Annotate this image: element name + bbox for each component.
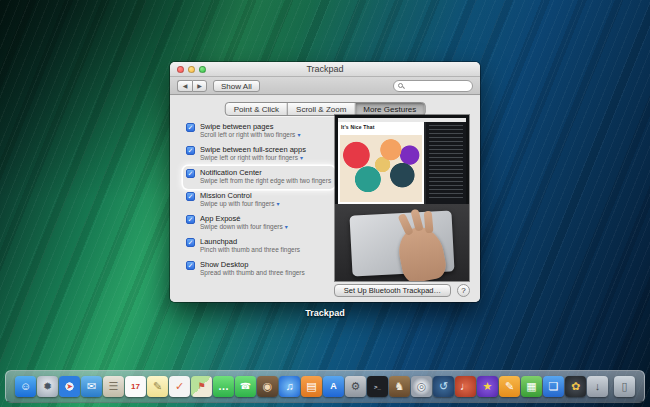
gesture-list: ✓ Swipe between pages Scroll left or rig… (183, 120, 335, 281)
checkbox[interactable]: ✓ (186, 169, 195, 178)
dock-icon-finder[interactable]: ☺ (15, 376, 36, 397)
demo-terminal-text (429, 125, 463, 201)
dock-icon-notes[interactable]: ✎ (147, 376, 168, 397)
dock-icon-facetime[interactable]: ☎ (235, 376, 256, 397)
gesture-title: Swipe between full-screen apps (200, 145, 306, 154)
dock-icon-itunes[interactable]: ♫ (279, 376, 300, 397)
dock-icon-terminal[interactable]: >_ (367, 376, 388, 397)
gesture-demo-video: It's Nice That (335, 115, 469, 281)
check-icon: ✓ (187, 193, 194, 201)
check-icon: ✓ (187, 170, 194, 178)
check-icon: ✓ (187, 239, 194, 247)
toolbar: ◀ ▶ Show All (170, 77, 480, 95)
gesture-text: Swipe between full-screen apps Swipe lef… (200, 145, 306, 162)
dock-icon-messages[interactable]: … (213, 376, 234, 397)
nav-buttons: ◀ ▶ (177, 80, 207, 92)
gesture-subtitle: Pinch with thumb and three fingers (200, 246, 300, 254)
dock-icon-imovie[interactable]: ★ (477, 376, 498, 397)
zoom-button[interactable] (199, 66, 206, 73)
gesture-subtitle: Swipe left from the right edge with two … (200, 177, 331, 185)
gesture-subtitle: Swipe left or right with four fingers (200, 154, 298, 162)
forward-button[interactable]: ▶ (192, 80, 207, 92)
demo-mac-screen: It's Nice That (338, 118, 466, 204)
dock-icon-numbers[interactable]: ▦ (521, 376, 542, 397)
dock-icon-contacts[interactable]: ☰ (103, 376, 124, 397)
demo-webpage-title: It's Nice That (338, 122, 424, 130)
demo-terminal (426, 122, 466, 204)
gesture-row-swipe-fullscreen-apps: ✓ Swipe between full-screen apps Swipe l… (183, 143, 335, 166)
dock-icon-dvd-player[interactable]: ◎ (411, 376, 432, 397)
dock-icon-ibooks[interactable]: ▤ (301, 376, 322, 397)
dock-icon-maps[interactable]: ⚑ (191, 376, 212, 397)
chevron-down-icon[interactable]: ▾ (285, 224, 288, 231)
checkbox[interactable]: ✓ (186, 146, 195, 155)
gesture-title: Launchpad (200, 237, 300, 246)
checkbox[interactable]: ✓ (186, 123, 195, 132)
gesture-subtitle: Spread with thumb and three fingers (200, 269, 305, 277)
dock-icon-reminders[interactable]: ✓ (169, 376, 190, 397)
help-button[interactable]: ? (457, 284, 470, 297)
tab-point-and-click[interactable]: Point & Click (226, 103, 288, 115)
dock-icon-launchpad[interactable]: ✹ (37, 376, 58, 397)
gesture-row-notification-center: ✓ Notification Center Swipe left from th… (183, 166, 335, 189)
window-controls (177, 66, 206, 73)
dock-icon-chess[interactable]: ♞ (389, 376, 410, 397)
gesture-row-mission-control: ✓ Mission Control Swipe up with four fin… (183, 189, 335, 212)
checkbox[interactable]: ✓ (186, 238, 195, 247)
tab-bar: Point & Click Scroll & Zoom More Gesture… (225, 102, 426, 116)
dock-icon-pages[interactable]: ✎ (499, 376, 520, 397)
chevron-down-icon[interactable]: ▾ (297, 132, 300, 139)
gesture-row-swipe-between-pages: ✓ Swipe between pages Scroll left or rig… (183, 120, 335, 143)
dock-icon-system-preferences[interactable]: ⚙ (345, 376, 366, 397)
tab-scroll-and-zoom[interactable]: Scroll & Zoom (288, 103, 355, 115)
search-input[interactable] (406, 81, 468, 91)
window-title: Trackpad (306, 64, 343, 74)
desktop: Trackpad ◀ ▶ Show All Point & Click Scro… (0, 0, 650, 407)
screenshot-caption: Trackpad (0, 308, 650, 318)
gesture-text: App Exposé Swipe down with four fingers▾ (200, 214, 288, 231)
gesture-title: Show Desktop (200, 260, 305, 269)
dock-icon-safari[interactable]: ➤ (59, 376, 80, 397)
dock-icon-photo-booth[interactable]: ◉ (257, 376, 278, 397)
check-icon: ✓ (187, 216, 194, 224)
demo-hand (395, 223, 448, 281)
dock-icon-trash[interactable]: ▯ (614, 376, 635, 397)
close-button[interactable] (177, 66, 184, 73)
show-all-button[interactable]: Show All (213, 80, 260, 92)
gesture-subtitle: Swipe down with four fingers (200, 223, 283, 231)
dock-icon-downloads[interactable]: ↓ (587, 376, 608, 397)
checkbox[interactable]: ✓ (186, 215, 195, 224)
demo-trackpad (349, 210, 454, 276)
dock-icon-app-store[interactable]: A (323, 376, 344, 397)
dock-icon-calendar[interactable]: 17 (125, 376, 146, 397)
preferences-pane: Point & Click Scroll & Zoom More Gesture… (170, 96, 480, 302)
back-button[interactable]: ◀ (177, 80, 192, 92)
dock-icon-iphoto[interactable]: ✿ (565, 376, 586, 397)
dock: ☺ ✹ ➤ ✉ ☰ 17 ✎ ✓ ⚑ … ☎ ◉ ♫ ▤ A ⚙ >_ ♞ ◎ … (5, 370, 645, 403)
dock-icon-time-machine[interactable]: ↺ (433, 376, 454, 397)
checkbox[interactable]: ✓ (186, 192, 195, 201)
gesture-row-show-desktop: ✓ Show Desktop Spread with thumb and thr… (183, 258, 335, 281)
gesture-subtitle: Scroll left or right with two fingers (200, 131, 295, 139)
demo-finger (424, 211, 434, 234)
tab-more-gestures[interactable]: More Gestures (355, 103, 424, 115)
setup-bluetooth-trackpad-button[interactable]: Set Up Bluetooth Trackpad… (334, 284, 451, 297)
chevron-down-icon[interactable]: ▾ (300, 155, 303, 162)
demo-webpage: It's Nice That (338, 122, 424, 204)
checkbox[interactable]: ✓ (186, 261, 195, 270)
gesture-text: Launchpad Pinch with thumb and three fin… (200, 237, 300, 254)
chevron-down-icon[interactable]: ▾ (276, 201, 279, 208)
gesture-text: Swipe between pages Scroll left or right… (200, 122, 300, 139)
check-icon: ✓ (187, 124, 194, 132)
demo-artwork (340, 135, 422, 202)
dock-icon-mail[interactable]: ✉ (81, 376, 102, 397)
search-field[interactable] (393, 80, 473, 92)
check-icon: ✓ (187, 262, 194, 270)
dock-icon-keynote[interactable]: ❏ (543, 376, 564, 397)
dock-icon-garageband[interactable]: ♩ (455, 376, 476, 397)
check-icon: ✓ (187, 147, 194, 155)
title-bar[interactable]: Trackpad (170, 62, 480, 77)
gesture-text: Mission Control Swipe up with four finge… (200, 191, 279, 208)
gesture-text: Notification Center Swipe left from the … (200, 168, 331, 185)
minimize-button[interactable] (188, 66, 195, 73)
